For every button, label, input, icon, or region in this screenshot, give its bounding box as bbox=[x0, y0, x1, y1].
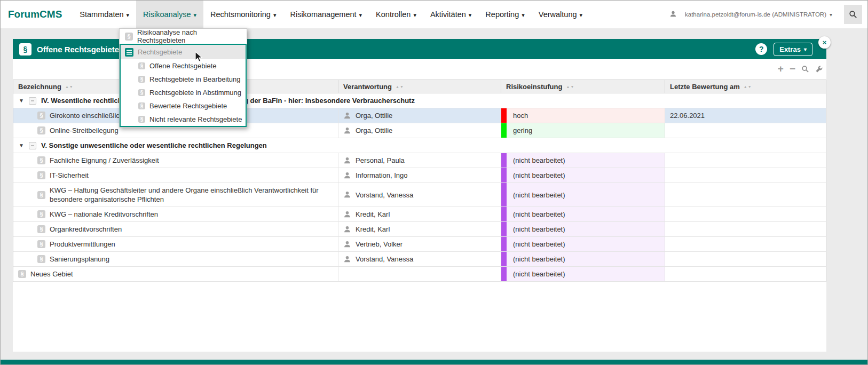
paragraph-icon: § bbox=[138, 89, 145, 96]
table-row[interactable]: §IT-SicherheitInformation, Ingo(nicht be… bbox=[13, 168, 826, 183]
cell-bezeichnung: §KWG – nationale Kreditvorschriften bbox=[13, 207, 338, 221]
responsible-label: Vertrieb, Volker bbox=[356, 240, 403, 248]
risk-label: (nicht bearbeitet) bbox=[513, 156, 565, 164]
paragraph-icon: § bbox=[125, 33, 133, 41]
search-button[interactable] bbox=[844, 5, 862, 24]
list-icon bbox=[125, 48, 133, 57]
table-row[interactable]: §ProduktvermittlungenVertrieb, Volker(ni… bbox=[13, 237, 826, 252]
responsible-label: Kredit, Karl bbox=[356, 225, 390, 233]
group-row[interactable]: ▼V. Sonstige unwesentliche oder wesentli… bbox=[13, 138, 826, 153]
responsible-label: Vorstand, Vanessa bbox=[356, 191, 413, 199]
paragraph-icon: § bbox=[18, 270, 26, 278]
risk-color-block bbox=[501, 183, 507, 207]
nav-item-verwaltung[interactable]: Verwaltung▾ bbox=[532, 1, 589, 28]
row-label: Produktvermittlungen bbox=[50, 237, 120, 251]
close-button[interactable]: × bbox=[818, 36, 831, 49]
collapse-all-icon[interactable]: − bbox=[790, 64, 795, 74]
table-search-icon[interactable] bbox=[801, 65, 809, 73]
sort-icons[interactable]: ▲▼ bbox=[65, 85, 74, 89]
column-header-letzte-bewertung-am[interactable]: Letzte Bewertung am▲▼ bbox=[665, 80, 826, 93]
paragraph-icon: § bbox=[37, 225, 45, 233]
nav-item-risikomanagement[interactable]: Risikomanagement▾ bbox=[283, 1, 369, 28]
paragraph-icon: § bbox=[138, 116, 145, 123]
risk-label: (nicht bearbeitet) bbox=[513, 210, 565, 218]
cell-risikoeinstufung: gering bbox=[501, 123, 665, 138]
row-label: Neues Gebiet bbox=[30, 267, 77, 281]
sort-icons[interactable]: ▲▼ bbox=[566, 85, 574, 89]
nav-item-label: Verwaltung bbox=[539, 10, 577, 19]
paragraph-icon: § bbox=[19, 43, 31, 55]
paragraph-icon: § bbox=[37, 191, 45, 199]
risk-label: (nicht bearbeitet) bbox=[513, 171, 565, 179]
user-menu[interactable]: katharina.petzoldt@forum-is.de (ADMINIST… bbox=[669, 1, 832, 28]
table-row[interactable]: §Fachliche Eignung / ZuverlässigkeitPers… bbox=[13, 153, 826, 168]
cell-verantwortung: Orga, Ottilie bbox=[338, 123, 501, 138]
person-icon bbox=[343, 225, 352, 234]
cell-risikoeinstufung: (nicht bearbeitet) bbox=[501, 153, 665, 168]
dropdown-item-label: Rechtsgebiete in Abstimmung bbox=[149, 89, 241, 97]
nav-item-stammdaten[interactable]: Stammdaten▾ bbox=[73, 1, 136, 28]
collapse-caret-icon[interactable]: ▼ bbox=[19, 142, 24, 148]
row-label: Organkreditvorschriften bbox=[50, 222, 126, 236]
chevron-down-icon: ▾ bbox=[273, 12, 277, 18]
table-row[interactable]: §Neues Gebiet(nicht bearbeitet) bbox=[13, 267, 826, 282]
paragraph-icon: § bbox=[37, 210, 45, 218]
dropdown-item-bewertete-rechtsgebiete[interactable]: §Bewertete Rechtsgebiete bbox=[121, 99, 246, 113]
cell-bezeichnung: §Organkreditvorschriften bbox=[13, 222, 338, 236]
nav-item-aktivitäten[interactable]: Aktivitäten▾ bbox=[423, 1, 478, 28]
nav-item-rechtsmonitoring[interactable]: Rechtsmonitoring▾ bbox=[203, 1, 283, 28]
nav-item-kontrollen[interactable]: Kontrollen▾ bbox=[369, 1, 423, 28]
expand-all-icon[interactable]: + bbox=[778, 64, 784, 74]
collapse-caret-icon[interactable]: ▼ bbox=[19, 98, 24, 104]
responsible-label: Kredit, Karl bbox=[356, 210, 390, 218]
table-row[interactable]: §SanierungsplanungVorstand, Vanessa(nich… bbox=[13, 252, 826, 267]
dropdown-item-rechtsgebiete-in-bearbeitung[interactable]: §Rechtsgebiete in Bearbeitung bbox=[121, 73, 246, 86]
nav-item-reporting[interactable]: Reporting▾ bbox=[478, 1, 531, 28]
nav-item-label: Risikomanagement bbox=[290, 10, 356, 19]
page-title: Offene Rechtsgebiete bbox=[37, 45, 119, 54]
settings-wrench-icon[interactable] bbox=[815, 65, 823, 73]
chevron-down-icon: ▾ bbox=[127, 12, 130, 18]
extras-button[interactable]: Extras ▾ bbox=[774, 43, 812, 56]
chevron-down-icon: ▾ bbox=[522, 12, 525, 18]
chevron-down-icon: ▾ bbox=[830, 12, 832, 18]
sort-icons[interactable]: ▲▼ bbox=[396, 85, 404, 89]
nav-item-label: Kontrollen bbox=[376, 10, 411, 19]
dropdown-item-risikoanalyse-nach-rechtsgebieten[interactable]: § Risikoanalyse nach Rechtsgebieten bbox=[120, 29, 247, 44]
column-header-label: Verantwortung bbox=[343, 83, 392, 91]
person-icon bbox=[343, 255, 352, 264]
column-header-risikoeinstufung[interactable]: Risikoeinstufung▲▼ bbox=[501, 80, 665, 93]
dropdown-item-label: Bewertete Rechtsgebiete bbox=[149, 102, 227, 110]
cell-bezeichnung: §Produktvermittlungen bbox=[13, 237, 338, 251]
sort-icons[interactable]: ▲▼ bbox=[744, 85, 752, 89]
dropdown-item-offene-rechtsgebiete[interactable]: §Offene Rechtsgebiete bbox=[121, 59, 246, 73]
cell-letzte-bewertung: 22.06.2021 bbox=[665, 108, 826, 123]
group-label: V. Sonstige unwesentliche oder wesentlic… bbox=[41, 141, 267, 149]
paragraph-icon: § bbox=[37, 255, 45, 263]
risk-label: (nicht bearbeitet) bbox=[513, 255, 565, 263]
extras-label: Extras bbox=[779, 45, 801, 53]
user-label: katharina.petzoldt@forum-is.de (ADMINIST… bbox=[685, 11, 826, 18]
table-row[interactable]: §KWG – Haftung Geschäftsleiter und ander… bbox=[13, 183, 826, 207]
risk-label: hoch bbox=[513, 112, 528, 120]
dropdown-item-nicht-relevante-rechtsgebiete[interactable]: §Nicht relevante Rechtsgebiete bbox=[121, 113, 246, 126]
column-header-verantwortung[interactable]: Verantwortung▲▼ bbox=[338, 80, 501, 93]
paragraph-icon: § bbox=[138, 102, 145, 109]
dropdown-item-rechtsgebiete-in-abstimmung[interactable]: §Rechtsgebiete in Abstimmung bbox=[121, 86, 246, 99]
chevron-down-icon: ▾ bbox=[469, 12, 472, 18]
dropdown-item-rechtsgebiete[interactable]: Rechtsgebiete bbox=[121, 45, 246, 59]
app-logo[interactable]: ForumCMS bbox=[1, 1, 73, 28]
nav-item-risikoanalyse[interactable]: Risikoanalyse▾ bbox=[136, 1, 203, 28]
responsible-label: Orga, Ottilie bbox=[356, 126, 392, 134]
row-label: IT-Sicherheit bbox=[50, 168, 93, 182]
risk-color-block bbox=[501, 168, 507, 182]
cell-letzte-bewertung bbox=[665, 237, 826, 251]
cell-verantwortung: Information, Ingo bbox=[338, 168, 501, 182]
help-button[interactable]: ? bbox=[755, 43, 767, 55]
nav-item-label: Rechtsmonitoring bbox=[210, 10, 271, 19]
table-row[interactable]: §KWG – nationale KreditvorschriftenKredi… bbox=[13, 207, 826, 222]
cell-bezeichnung: §Sanierungsplanung bbox=[13, 252, 338, 266]
cell-letzte-bewertung bbox=[665, 207, 826, 221]
cell-risikoeinstufung: (nicht bearbeitet) bbox=[501, 267, 665, 281]
table-row[interactable]: §OrgankreditvorschriftenKredit, Karl(nic… bbox=[13, 222, 826, 237]
